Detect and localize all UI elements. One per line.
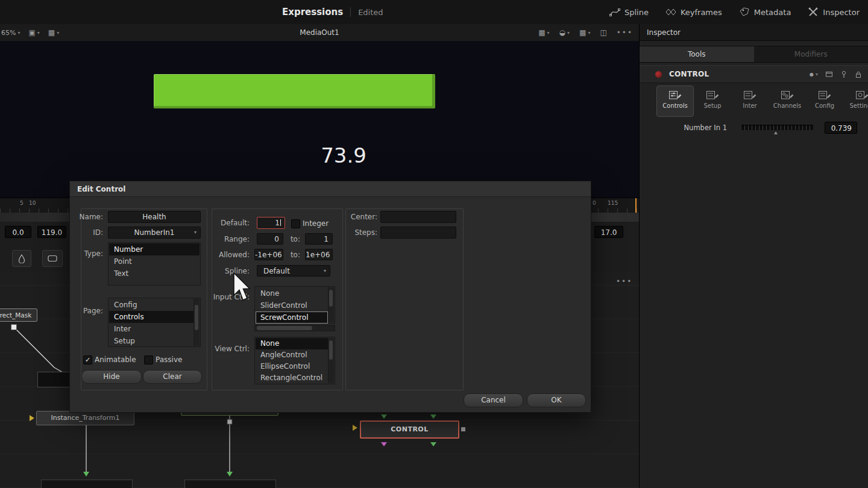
integer-checkbox[interactable] [291,219,300,228]
viewer-canvas[interactable]: 73.9 [0,41,639,198]
horizontal-scrollbar[interactable] [254,325,335,331]
name-field[interactable]: Health [108,211,201,223]
integer-label: Integer [303,219,329,228]
version-select[interactable]: ●▾ [810,72,818,77]
spline-button[interactable]: Spline [609,7,649,17]
list-item[interactable]: Inter [109,323,193,335]
list-item[interactable]: Text [109,267,200,280]
node-input-arrow-icon[interactable] [30,415,34,421]
pin-icon[interactable] [840,70,848,78]
scrollbar[interactable] [328,287,334,322]
node-rect-mask[interactable]: rect_Mask [0,308,37,322]
range-in-field[interactable]: 0.0 [5,226,31,238]
range-from-field[interactable]: 0 [257,233,283,245]
list-item[interactable]: AngleControl [256,349,328,361]
steps-field[interactable] [380,227,456,239]
node-input-arrow-icon[interactable] [353,425,357,431]
list-item[interactable]: Setup [109,335,193,347]
list-item[interactable]: None [256,287,328,299]
panel-more-button[interactable]: ••• [616,277,632,286]
shape-tool-button[interactable] [12,250,31,267]
hide-button[interactable]: Hide [81,370,142,384]
list-item[interactable]: ScrewControl [256,311,328,324]
node-connector-arrow-icon[interactable] [430,414,436,419]
number-in-slider[interactable] [741,125,813,130]
node-partial[interactable] [37,372,71,387]
node-clipped-bottom[interactable] [184,480,276,488]
section-tab-controls[interactable]: Controls [656,86,694,117]
split-view-button[interactable]: ◫ [600,28,606,37]
page-listbox[interactable]: Config Controls Inter Setup [108,298,201,347]
keyframes-button[interactable]: Keyframes [665,7,722,17]
scrollbar-thumb[interactable] [257,326,312,330]
number-in-value-field[interactable]: 0.739 [825,122,857,134]
section-tab-config[interactable]: Config [806,86,843,117]
lock-icon[interactable] [855,70,862,78]
input-ctrl-listbox[interactable]: None SliderControl ScrewControl [254,286,335,324]
id-dropdown[interactable]: NumberIn1▾ [108,227,201,239]
default-field[interactable]: 1 [257,217,285,229]
spline-dropdown[interactable]: Default▾ [257,265,330,277]
node-control[interactable]: CONTROL [360,421,459,439]
ruler-tick-label: 5 [20,200,24,206]
slider-handle-icon[interactable] [774,131,778,134]
cancel-button[interactable]: Cancel [464,393,523,407]
scrollbar-thumb[interactable] [329,340,333,360]
section-tab-settings[interactable]: Settings [843,86,868,117]
node-instance-transform[interactable]: Instance_Transform1 [36,411,134,425]
channel-select[interactable]: ▣▾ [28,28,39,37]
list-item[interactable]: SliderControl [256,299,328,311]
tab-tools[interactable]: Tools [640,46,754,62]
viewer-more-button[interactable]: ••• [617,28,633,37]
list-item[interactable]: None [256,338,328,349]
node-connector-arrow-icon[interactable] [381,414,387,419]
list-item[interactable]: Config [109,299,193,311]
node-clipped-bottom[interactable] [41,480,133,488]
window-icon[interactable] [825,70,833,78]
dialog-title[interactable]: Edit Control [70,181,591,197]
list-item[interactable]: Number [109,243,200,255]
section-tab-channels[interactable]: Channels [769,86,806,117]
animatable-checkbox[interactable]: ✓ [83,355,92,364]
view-ctrl-listbox[interactable]: None AngleControl EllipseControl Rectang… [254,337,335,384]
chevron-down-icon: ▾ [567,30,570,36]
metadata-button[interactable]: Metadata [739,7,791,17]
grid-select[interactable]: ▦▾ [579,28,590,37]
node-connector-arrow-icon[interactable] [381,442,387,446]
node-output-square-icon[interactable] [461,427,465,431]
list-item[interactable]: EllipseControl [256,361,328,372]
inspector-panel-header: Inspector [640,24,868,41]
scrollbar-thumb[interactable] [329,290,333,307]
spline-point-handle[interactable] [11,324,17,330]
list-item[interactable]: RectangleControl [256,372,328,384]
scrollbar[interactable] [193,299,200,346]
clear-button[interactable]: Clear [143,370,202,384]
lut-select[interactable]: ◒▾ [559,28,570,37]
scrollbar-thumb[interactable] [195,305,198,330]
passive-checkbox[interactable] [144,355,153,364]
viewer-layout-select[interactable]: ▦▾ [48,28,59,37]
center-field[interactable] [380,211,456,223]
node-connector-arrow-icon[interactable] [430,442,436,446]
allowed-from-field[interactable]: -1e+06 [254,249,283,260]
split-view-icon: ◫ [600,28,606,37]
scrollbar[interactable] [328,338,334,383]
section-tab-setup[interactable]: Setup [694,86,731,117]
list-item[interactable]: Controls [109,311,193,323]
range-right-field[interactable]: 17.0 [594,226,623,238]
section-tab-inter[interactable]: Inter [731,86,769,117]
guides-select[interactable]: ▦▾ [538,28,549,37]
select-tool-button[interactable] [42,250,63,267]
node-status-dot-icon[interactable] [655,71,662,78]
tab-modifiers[interactable]: Modifiers [754,46,868,62]
range-out-field[interactable]: 119.0 [37,226,66,238]
section-tab-label: Config [815,102,834,109]
playhead-marker[interactable] [635,198,637,213]
inspector-button[interactable]: Inspector [808,7,860,17]
ok-button[interactable]: OK [527,393,586,407]
zoom-select[interactable]: 65%▾ [1,29,20,37]
allowed-to-field[interactable]: 1e+06 [305,249,333,260]
type-listbox[interactable]: Number Point Text [108,242,201,286]
range-to-field[interactable]: 1 [305,233,333,245]
list-item[interactable]: Point [109,255,200,267]
